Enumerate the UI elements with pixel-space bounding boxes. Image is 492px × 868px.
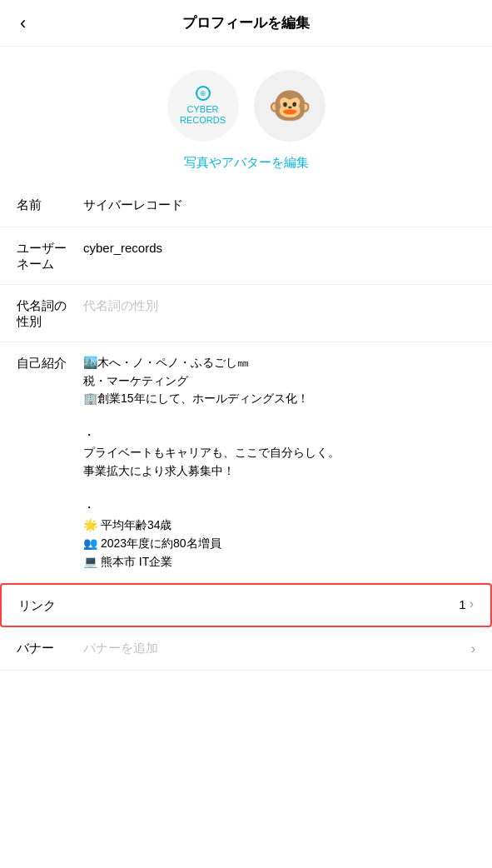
bio-label: 自己紹介: [17, 354, 83, 372]
monkey-emoji: 🐵: [268, 88, 311, 123]
monkey-avatar[interactable]: 🐵: [254, 70, 326, 142]
name-value: サイバーレコード: [83, 196, 475, 215]
logo-circle-icon: ⊕: [196, 86, 211, 101]
link-count: 1: [459, 597, 465, 611]
banner-row-content: バナーを追加 ›: [83, 639, 475, 658]
edit-photo-link[interactable]: 写真やアバターを編集: [184, 155, 309, 171]
pronouns-label: 代名詞の 性別: [17, 297, 83, 330]
pronouns-value: 代名詞の性別: [83, 297, 475, 316]
avatar-row: ⊕ CYBER RECORDS 🐵: [167, 70, 326, 142]
banner-placeholder: バナーを追加: [83, 639, 471, 658]
banner-chevron-icon: ›: [471, 641, 475, 656]
username-row[interactable]: ユーザー ネーム cyber_records: [0, 227, 492, 285]
name-label: 名前: [17, 196, 83, 213]
username-value: cyber_records: [83, 239, 475, 258]
name-row[interactable]: 名前 サイバーレコード: [0, 184, 492, 227]
cyber-records-logo: ⊕ CYBER RECORDS: [167, 70, 239, 142]
logo-avatar[interactable]: ⊕ CYBER RECORDS: [167, 70, 239, 142]
avatar-section: ⊕ CYBER RECORDS 🐵 写真やアバターを編集: [0, 47, 492, 184]
username-label: ユーザー ネーム: [17, 239, 83, 272]
link-chevron-icon: ›: [470, 596, 474, 611]
back-button[interactable]: ‹: [17, 9, 29, 37]
bio-value: 🏙️木へ・ノ・ペノ・ふるごし㎜ 税・マーケティング 🏢創業15年にして、ホールデ…: [83, 354, 475, 571]
link-label: リンク: [18, 596, 85, 614]
banner-row[interactable]: バナー バナーを追加 ›: [0, 627, 492, 671]
page-header: ‹ プロフィールを編集: [0, 0, 492, 47]
link-row-content: 1 ›: [85, 596, 474, 611]
link-row[interactable]: リンク 1 ›: [0, 583, 492, 627]
pronouns-row[interactable]: 代名詞の 性別 代名詞の性別: [0, 285, 492, 342]
form-section: 名前 サイバーレコード ユーザー ネーム cyber_records 代名詞の …: [0, 184, 492, 671]
bio-row[interactable]: 自己紹介 🏙️木へ・ノ・ペノ・ふるごし㎜ 税・マーケティング 🏢創業15年にして…: [0, 342, 492, 583]
cyber-records-text: CYBER RECORDS: [167, 104, 239, 126]
banner-label: バナー: [17, 639, 83, 656]
page-title: プロフィールを編集: [182, 13, 310, 32]
